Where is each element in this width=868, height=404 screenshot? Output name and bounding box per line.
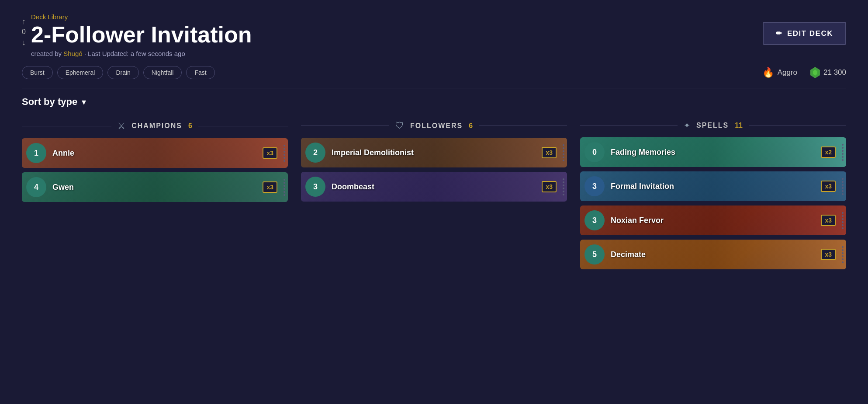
- last-updated-label: Last Updated:: [88, 50, 128, 57]
- card-noxian-fervor[interactable]: 3 Noxian Fervor x3: [580, 205, 846, 235]
- edit-deck-label: EDIT DECK: [787, 29, 833, 38]
- spells-icon: ✦: [684, 121, 690, 130]
- formal-cost: 3: [584, 176, 605, 196]
- followers-column-header: 🛡 FOLLOWERS 6: [301, 121, 567, 131]
- edit-pen-icon: ✏: [776, 29, 783, 38]
- arrow-controls: ↑ 0 ↓: [22, 17, 26, 46]
- card-doombeast[interactable]: 3 Doombeast x3: [301, 172, 567, 202]
- arrow-down-button[interactable]: ↓: [22, 38, 26, 46]
- tag-nightfall[interactable]: Nightfall: [143, 66, 182, 79]
- annie-name: Annie: [46, 149, 263, 158]
- champions-title: CHAMPIONS: [131, 122, 182, 130]
- gwen-count: x3: [263, 181, 277, 193]
- annie-drag-handle: [281, 145, 288, 162]
- author-name[interactable]: Shugó: [63, 50, 82, 57]
- noxian-count: x3: [821, 215, 836, 226]
- imperial-drag-handle: [560, 144, 567, 161]
- last-updated-time: a few seconds ago: [131, 50, 185, 57]
- page-container: ↑ 0 ↓ Deck Library 2-Follower Invitation…: [0, 0, 868, 287]
- formal-name: Formal Invitation: [605, 182, 821, 191]
- tags-row: Burst Ephemeral Drain Nightfall Fast 🔥 A…: [22, 66, 846, 79]
- sort-row: Sort by type ▾: [22, 96, 846, 108]
- gwen-drag-handle: [281, 179, 288, 196]
- tags-left: Burst Ephemeral Drain Nightfall Fast: [22, 66, 215, 79]
- tag-ephemeral[interactable]: Ephemeral: [57, 66, 104, 79]
- decimate-drag-handle: [839, 246, 846, 263]
- fire-icon: 🔥: [762, 67, 774, 78]
- aggro-badge: 🔥 Aggro: [762, 67, 797, 78]
- fading-drag-handle: [839, 144, 846, 161]
- fading-name: Fading Memories: [605, 148, 821, 157]
- tag-drain[interactable]: Drain: [107, 66, 138, 79]
- edit-deck-button[interactable]: ✏ EDIT DECK: [763, 22, 846, 45]
- champions-icon: ⚔: [118, 121, 125, 131]
- card-decimate[interactable]: 5 Decimate x3: [580, 240, 846, 269]
- gwen-name: Gwen: [46, 183, 263, 192]
- spells-title: SPELLS: [696, 122, 729, 129]
- crystal-icon: [810, 67, 820, 78]
- followers-title: FOLLOWERS: [410, 122, 463, 130]
- card-fading-memories[interactable]: 0 Fading Memories x2: [580, 137, 846, 167]
- section-divider: [22, 88, 846, 88]
- spells-column: ✦ SPELLS 11 0 Fading Memories x2 3 Forma…: [580, 121, 846, 274]
- annie-count: x3: [263, 147, 277, 159]
- deck-meta: created by Shugó · Last Updated: a few s…: [31, 50, 252, 57]
- followers-column: 🛡 FOLLOWERS 6 2 Imperial Demolitionist x…: [301, 121, 567, 274]
- noxian-name: Noxian Fervor: [605, 216, 821, 225]
- crystal-value: 21 300: [823, 68, 846, 77]
- decimate-name: Decimate: [605, 250, 821, 259]
- imperial-count: x3: [542, 147, 557, 158]
- card-imperial-demolitionist[interactable]: 2 Imperial Demolitionist x3: [301, 138, 567, 167]
- decimate-count: x3: [821, 249, 836, 260]
- tag-burst[interactable]: Burst: [22, 66, 53, 79]
- arrow-zero-label: 0: [22, 28, 26, 36]
- doombeast-count: x3: [542, 181, 557, 192]
- imperial-cost: 2: [305, 143, 325, 163]
- fading-cost: 0: [584, 142, 605, 162]
- doombeast-drag-handle: [560, 178, 567, 195]
- deck-title: 2-Follower Invitation: [31, 22, 252, 47]
- fading-count: x2: [821, 146, 836, 158]
- tag-fast[interactable]: Fast: [186, 66, 214, 79]
- card-annie[interactable]: 1 Annie x3: [22, 138, 288, 168]
- champions-column: ⚔ CHAMPIONS 6 1 Annie x3 4 Gwen x3: [22, 121, 288, 274]
- doombeast-name: Doombeast: [325, 182, 542, 192]
- followers-icon: 🛡: [395, 121, 404, 131]
- header-left: ↑ 0 ↓ Deck Library 2-Follower Invitation…: [22, 13, 252, 57]
- imperial-name: Imperial Demolitionist: [325, 148, 542, 157]
- sort-label: Sort by type: [22, 96, 77, 108]
- champions-column-header: ⚔ CHAMPIONS 6: [22, 121, 288, 131]
- spells-column-header: ✦ SPELLS 11: [580, 121, 846, 130]
- aggro-label: Aggro: [778, 68, 797, 77]
- followers-count: 6: [469, 122, 473, 130]
- spells-count: 11: [735, 122, 743, 129]
- sort-chevron-icon[interactable]: ▾: [82, 97, 86, 107]
- card-formal-invitation[interactable]: 3 Formal Invitation x3: [580, 171, 846, 201]
- crystal-badge: 21 300: [810, 67, 846, 78]
- champions-count: 6: [188, 122, 192, 130]
- header-area: ↑ 0 ↓ Deck Library 2-Follower Invitation…: [22, 13, 846, 57]
- arrow-up-button[interactable]: ↑: [22, 17, 26, 25]
- gwen-cost: 4: [26, 177, 46, 197]
- noxian-drag-handle: [839, 212, 846, 229]
- breadcrumb[interactable]: Deck Library: [31, 13, 252, 21]
- formal-count: x3: [821, 181, 836, 192]
- formal-drag-handle: [839, 178, 846, 195]
- doombeast-cost: 3: [305, 177, 325, 197]
- columns-area: ⚔ CHAMPIONS 6 1 Annie x3 4 Gwen x3: [22, 121, 846, 274]
- header-title-block: Deck Library 2-Follower Invitation creat…: [31, 13, 252, 57]
- meta-separator: ·: [84, 50, 88, 57]
- card-gwen[interactable]: 4 Gwen x3: [22, 172, 288, 202]
- decimate-cost: 5: [584, 244, 605, 265]
- tags-right: 🔥 Aggro 21 300: [762, 67, 846, 78]
- noxian-cost: 3: [584, 210, 605, 230]
- created-by-label: created by: [31, 50, 62, 57]
- annie-cost: 1: [26, 143, 46, 163]
